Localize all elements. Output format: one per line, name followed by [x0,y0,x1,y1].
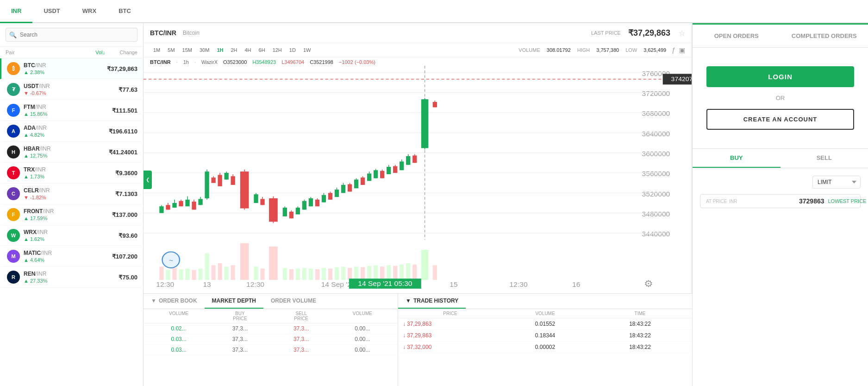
pair-item-trx-inr[interactable]: T TRX/INR ▲ 1.73% ₹9.3600 [0,163,143,184]
chart-collapse-btn[interactable]: ❮ [144,171,152,189]
tab-wrx[interactable]: WRX [71,0,107,23]
svg-text:12:30: 12:30 [246,280,264,288]
pair-item-hbar-inr[interactable]: H HBAR/INR ▲ 12.75% ₹41.24001 [0,142,143,163]
search-container: 🔍 [0,23,143,47]
tab-order-book[interactable]: ▼ ORDER BOOK [144,294,205,309]
tab-usdt[interactable]: USDT [32,0,71,23]
top-currency-tabs: INR USDT WRX BTC [0,0,868,23]
tf-15m[interactable]: 15M [179,46,195,54]
tab-btc[interactable]: BTC [107,0,142,23]
lowest-price-link[interactable]: LOWEST PRICE [828,198,867,204]
svg-text:3480000: 3480000 [642,210,670,217]
tab-buy[interactable]: BUY [693,149,781,168]
tab-market-depth[interactable]: MARKET DEPTH [205,294,263,309]
svg-text:3560000: 3560000 [642,170,670,177]
th-price-header: PRICE [403,311,498,316]
trade-row-2: ↓ 37,29,863 0.18344 18:43:22 [398,330,692,342]
svg-rect-131 [374,265,378,280]
pair-item-ftm-inr[interactable]: F FTM/INR ▲ 15.86% ₹111.501 [0,100,143,121]
svg-rect-135 [400,265,404,280]
pair-item-btc-inr[interactable]: ₿ BTC/INR ▲ 2.38% ₹37,29,863 [0,58,143,79]
tf-12h[interactable]: 12H [269,46,285,54]
login-button[interactable]: LOGIN [706,66,854,87]
svg-rect-118 [289,269,293,280]
chart-svg: 3760000 3720000 3680000 3640000 3600000 … [144,66,692,293]
chart-pair-name: Bitcoin [183,30,200,36]
svg-rect-34 [192,202,196,209]
svg-rect-38 [205,171,209,198]
svg-rect-86 [380,171,384,178]
tf-1h[interactable]: 1H [213,46,226,54]
pair-item-wrx-inr[interactable]: W WRX/INR ▲ 1.62% ₹93.60 [0,225,143,246]
tab-sell[interactable]: SELL [781,149,868,168]
pair-name-col-front: FRONT/INR ▲ 17.59% [24,208,112,221]
svg-rect-96 [412,156,417,163]
svg-rect-128 [354,266,358,280]
svg-rect-74 [341,185,345,193]
pair-symbol-matic: MATIC/INR [24,250,112,256]
svg-rect-88 [387,167,391,174]
tab-order-volume[interactable]: ORDER VOLUME [263,294,324,309]
svg-rect-44 [224,173,228,179]
svg-rect-108 [205,253,209,280]
svg-rect-138 [421,250,429,280]
pair-name-col-matic: MATIC/INR ▲ 4.64% [24,250,112,263]
volume-value: 308.01792 [547,47,571,53]
svg-rect-24 [159,206,163,213]
tab-open-orders[interactable]: OPEN ORDERS [693,25,781,47]
tf-6h[interactable]: 6H [256,46,269,54]
low-value: 3,625,499 [643,47,666,53]
tab-trade-history[interactable]: ▼ TRADE HISTORY [398,294,466,309]
col-volume-right-header: VOLUME [332,311,393,321]
change-col-header: Change [105,50,137,55]
svg-rect-48 [240,171,249,208]
pair-item-front-inr[interactable]: F FRONT/INR ▲ 17.59% ₹137.000 [0,204,143,225]
pair-price-usdt: ₹77.63 [119,86,137,93]
pair-symbol-wrx: WRX/INR [24,229,119,235]
timeframe-bar: 1M 5M 15M 30M 1H 2H 4H 6H 12H 1D 1W VOLU… [144,43,692,57]
or-text: OR [776,95,785,101]
pair-item-celr-inr[interactable]: C CELR/INR ▼ -1.82% ₹7.1303 [0,184,143,204]
tf-30m[interactable]: 30M [196,46,212,54]
pair-item-ada-inr[interactable]: A ADA/INR ▲ 4.82% ₹196.6110 [0,121,143,142]
login-section: LOGIN OR CREATE AN ACCOUNT [693,48,868,148]
svg-rect-109 [211,265,215,280]
tf-2h[interactable]: 2H [227,46,240,54]
order-book-panel: ▼ ORDER BOOK MARKET DEPTH ORDER VOLUME V… [144,294,398,386]
tab-inr[interactable]: INR [0,0,32,23]
star-icon[interactable]: ☆ [679,29,685,38]
tf-1d[interactable]: 1D [286,46,299,54]
create-account-button[interactable]: CREATE AN ACCOUNT [706,109,854,130]
pair-symbol-trx: TRX/INR [24,166,115,173]
tf-1w[interactable]: 1W [300,46,314,54]
svg-text:3720000: 3720000 [642,90,670,97]
tab-completed-orders[interactable]: COMPLETED ORDERS [781,25,868,47]
price-input-field[interactable] [737,197,824,205]
pair-item-matic-inr[interactable]: M MATIC/INR ▲ 4.64% ₹107.200 [0,246,143,267]
trade-history-panel: ▼ TRADE HISTORY PRICE VOLUME TIME ↓ 37,2… [398,294,692,386]
indicators-icon[interactable]: ƒ [672,46,675,54]
pair-icon-matic: M [7,250,20,263]
ob-sell-2: 37,3... [271,336,332,342]
svg-rect-42 [218,175,222,186]
right-panel: OPEN ORDERS COMPLETED ORDERS LOGIN OR CR… [692,23,868,386]
ob-sell-3: 37,3... [271,347,332,353]
svg-text:12:30: 12:30 [510,280,528,288]
tf-5m[interactable]: 5M [164,46,178,54]
search-input[interactable] [6,28,137,42]
pair-item-usdt-inr[interactable]: ₮ USDT/INR ▼ -0.67% ₹77.63 [0,79,143,100]
svg-rect-62 [302,201,306,210]
tf-1m[interactable]: 1M [150,46,163,54]
ob-vol-3: 0.03... [148,347,209,353]
vol-col-header[interactable]: Vol↓ [95,50,105,55]
order-book-row-1: 0.02... 37,3... 37,3... 0.00... [144,323,398,334]
pair-symbol-usdt: USDT/INR [24,83,119,89]
svg-rect-123 [322,268,326,280]
tf-4h[interactable]: 4H [242,46,255,54]
fullscreen-icon[interactable]: ▣ [679,46,685,54]
pair-item-ren-inr[interactable]: R REN/INR ▲ 27.33% ₹75.00 [0,267,143,288]
svg-rect-127 [348,268,352,280]
svg-text:3680000: 3680000 [642,110,670,117]
order-type-select[interactable]: LIMIT MARKET STOP-LIMIT [812,176,861,189]
svg-rect-66 [315,200,319,206]
